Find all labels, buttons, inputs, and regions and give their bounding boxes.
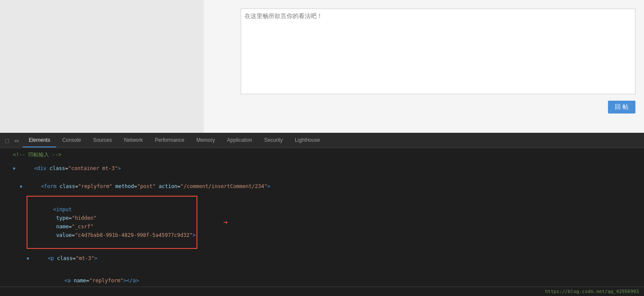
highlighted-input-line: <input type="hidden" name="_csrf" value=… [27, 196, 197, 249]
cursor-icon[interactable]: ⬚ [3, 135, 10, 146]
tab-sources[interactable]: Sources [87, 134, 118, 147]
code-attr: class [46, 164, 65, 173]
tab-memory[interactable]: Memory [190, 134, 221, 147]
tab-security[interactable]: Security [258, 134, 289, 147]
tab-performance[interactable]: Performance [149, 134, 190, 147]
code-tag: <a [64, 276, 70, 285]
expand-icon-5[interactable] [27, 254, 29, 263]
expand-icon-3[interactable] [20, 182, 22, 191]
code-line-6[interactable]: <a name="replyform"></a> [0, 267, 644, 287]
code-comment: <!-- 凹帖输入 --> [13, 150, 61, 159]
tab-network[interactable]: Network [118, 134, 149, 147]
page-right-content: 回 帖 [204, 0, 644, 133]
devtools-toolbar: ⬚ ▭ Elements Console Sources Network Per… [0, 133, 644, 148]
code-line-1: <!-- 凹帖输入 --> [0, 150, 644, 159]
tab-lighthouse[interactable]: Lighthouse [289, 134, 326, 147]
devtools-panel: ⬚ ▭ Elements Console Sources Network Per… [0, 133, 644, 296]
devtools-statusbar: https://blog.csdn.net/qq_42956993 [0, 287, 644, 296]
status-url: https://blog.csdn.net/qq_42956993 [545, 289, 639, 294]
tab-elements[interactable]: Elements [23, 134, 56, 147]
code-line-5[interactable]: <p class="mt-3"> [0, 249, 644, 267]
code-tag: <form [41, 182, 56, 191]
reply-button[interactable]: 回 帖 [608, 101, 635, 114]
arrow-right-icon: ➔ [223, 218, 228, 227]
tab-console[interactable]: Console [56, 134, 87, 147]
code-attr: type [53, 215, 69, 221]
expand-icon-2[interactable] [13, 164, 15, 173]
code-val: "container mt-3" [68, 164, 118, 173]
tab-application[interactable]: Application [221, 134, 258, 147]
device-icon[interactable]: ▭ [13, 135, 20, 146]
page-area: 回 帖 [0, 0, 644, 133]
code-line-4[interactable]: <input type="hidden" name="_csrf" value=… [0, 195, 644, 249]
page-left-sidebar [0, 0, 204, 133]
code-tag: <p [48, 254, 54, 263]
comment-textarea[interactable] [241, 9, 635, 94]
code-attr: class [57, 182, 75, 191]
code-line-2[interactable]: <div class="container mt-3"> [0, 159, 644, 177]
code-tag: <input [53, 206, 72, 212]
devtools-code-content: <!-- 凹帖输入 --> <div class="container mt-3… [0, 148, 644, 287]
code-line-3[interactable]: <form class="replyform" method="post" ac… [0, 177, 644, 195]
code-tag: <div [34, 164, 46, 173]
